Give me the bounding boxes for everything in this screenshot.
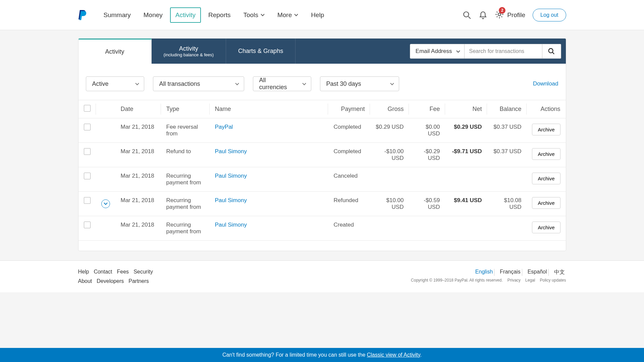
nav-more[interactable]: More <box>272 7 304 23</box>
archive-button[interactable]: Archive <box>532 124 560 135</box>
chevron-down-icon <box>261 14 265 16</box>
cell-balance: $0.37 USD <box>487 143 527 167</box>
cell-payment: Completed <box>328 143 370 167</box>
paypal-logo[interactable] <box>78 9 86 21</box>
cell-type: Recurring payment from <box>161 216 210 241</box>
activity-card: Activity Activity (including balance & f… <box>78 38 566 251</box>
classic-view-banner: Can't find something? For a limited time… <box>0 348 644 362</box>
cell-gross: $0.29 USD <box>370 118 409 143</box>
nav-reports[interactable]: Reports <box>203 7 236 23</box>
cell-payment: Canceled <box>328 167 370 192</box>
footer-link-about[interactable]: About <box>78 278 92 284</box>
cell-name-link[interactable]: PayPal <box>215 124 233 130</box>
transactions-table: Date Type Name Payment Gross Fee Net Bal… <box>78 100 566 241</box>
cell-balance <box>487 216 527 241</box>
top-navigation: SummaryMoneyActivityReportsToolsMoreHelp… <box>0 0 644 30</box>
cell-name-link[interactable]: Paul Simony <box>215 173 247 179</box>
cell-name-link[interactable]: Paul Simony <box>215 222 247 228</box>
col-actions: Actions <box>527 100 566 118</box>
search-icon <box>548 48 555 55</box>
nav-activity[interactable]: Activity <box>170 7 201 23</box>
cell-net <box>445 216 487 241</box>
bell-icon[interactable] <box>479 11 487 19</box>
filter-date[interactable]: Past 30 days <box>320 76 399 91</box>
table-row: Mar 21, 2018Recurring payment fromPaul S… <box>78 192 566 216</box>
filter-transactions[interactable]: All transactions <box>153 76 244 91</box>
select-all-checkbox[interactable] <box>84 105 91 112</box>
download-link[interactable]: Download <box>533 80 558 87</box>
classic-view-link[interactable]: Classic view of Activity <box>367 352 420 358</box>
cell-net <box>445 167 487 192</box>
subtab-activity[interactable]: Activity <box>78 39 152 64</box>
search-type-value: Email Address <box>416 48 452 55</box>
cell-fee: -$0.29 USD <box>409 143 445 167</box>
footer-link-contact[interactable]: Contact <box>94 269 112 275</box>
filter-currency[interactable]: All currencies <box>253 76 311 91</box>
row-checkbox[interactable] <box>84 222 91 228</box>
cell-gross: $10.00 USD <box>370 192 409 216</box>
search-button[interactable] <box>542 44 561 59</box>
cell-fee <box>409 167 445 192</box>
nav-money[interactable]: Money <box>138 7 168 23</box>
search-type-select[interactable]: Email Address <box>410 44 465 59</box>
nav-help[interactable]: Help <box>306 7 329 23</box>
table-row: Mar 21, 2018Recurring payment fromPaul S… <box>78 167 566 192</box>
archive-button[interactable]: Archive <box>532 148 560 160</box>
search-input[interactable] <box>465 44 542 59</box>
chevron-down-icon <box>302 83 306 85</box>
archive-button[interactable]: Archive <box>532 222 560 233</box>
table-row: Mar 21, 2018Fee reversal fromPayPalCompl… <box>78 118 566 143</box>
nav-summary[interactable]: Summary <box>98 7 136 23</box>
legal-link-legal[interactable]: Legal <box>525 278 535 283</box>
subtab-activity-balance[interactable]: Activity (including balance & fees) <box>152 39 226 64</box>
table-row: Mar 21, 2018Recurring payment fromPaul S… <box>78 216 566 241</box>
row-checkbox[interactable] <box>84 173 91 179</box>
svg-line-4 <box>552 52 554 54</box>
col-payment: Payment <box>328 100 370 118</box>
archive-button[interactable]: Archive <box>532 197 560 209</box>
legal-link-policy-updates[interactable]: Policy updates <box>540 278 566 283</box>
cell-net: $9.41 USD <box>445 192 487 216</box>
row-checkbox[interactable] <box>84 197 91 204</box>
cell-payment: Created <box>328 216 370 241</box>
cell-fee: $0.00 USD <box>409 118 445 143</box>
lang-español[interactable]: Español <box>526 269 549 276</box>
notification-badge: 2 <box>499 7 505 14</box>
subtab-charts[interactable]: Charts & Graphs <box>226 39 296 64</box>
col-name: Name <box>210 100 328 118</box>
cell-date: Mar 21, 2018 <box>115 118 161 143</box>
lang-中文[interactable]: 中文 <box>553 269 566 276</box>
filter-status[interactable]: Active <box>86 76 144 91</box>
col-fee: Fee <box>409 100 445 118</box>
search-icon[interactable] <box>463 11 471 19</box>
footer-link-partners[interactable]: Partners <box>128 278 149 284</box>
filter-row: Active All transactions All currencies P… <box>78 64 566 100</box>
logout-button[interactable]: Log out <box>533 9 566 21</box>
lang-english[interactable]: English <box>474 269 494 276</box>
chevron-down-icon <box>390 83 394 85</box>
archive-button[interactable]: Archive <box>532 173 560 184</box>
cell-gross: -$10.00 USD <box>370 143 409 167</box>
col-net: Net <box>445 100 487 118</box>
row-checkbox[interactable] <box>84 124 91 130</box>
row-checkbox[interactable] <box>84 148 91 155</box>
footer-link-fees[interactable]: Fees <box>117 269 129 275</box>
expand-row-button[interactable] <box>101 199 110 208</box>
footer-link-help[interactable]: Help <box>78 269 89 275</box>
settings-profile[interactable]: 2 Profile <box>495 10 525 20</box>
footer-link-developers[interactable]: Developers <box>97 278 124 284</box>
cell-name-link[interactable]: Paul Simony <box>215 197 247 203</box>
cell-date: Mar 21, 2018 <box>115 167 161 192</box>
svg-point-0 <box>464 12 469 17</box>
filter-transactions-value: All transactions <box>159 80 200 87</box>
nav-tools[interactable]: Tools <box>238 7 270 23</box>
copyright-text: Copyright © 1999–2018 PayPal. All rights… <box>411 278 503 283</box>
legal-link-privacy[interactable]: Privacy <box>507 278 521 283</box>
cell-name-link[interactable]: Paul Simony <box>215 148 247 155</box>
chevron-down-icon <box>235 83 239 85</box>
svg-line-1 <box>469 16 471 19</box>
cell-fee: -$0.59 USD <box>409 192 445 216</box>
cell-date: Mar 21, 2018 <box>115 192 161 216</box>
lang-français[interactable]: Français <box>498 269 522 276</box>
footer-link-security[interactable]: Security <box>133 269 153 275</box>
